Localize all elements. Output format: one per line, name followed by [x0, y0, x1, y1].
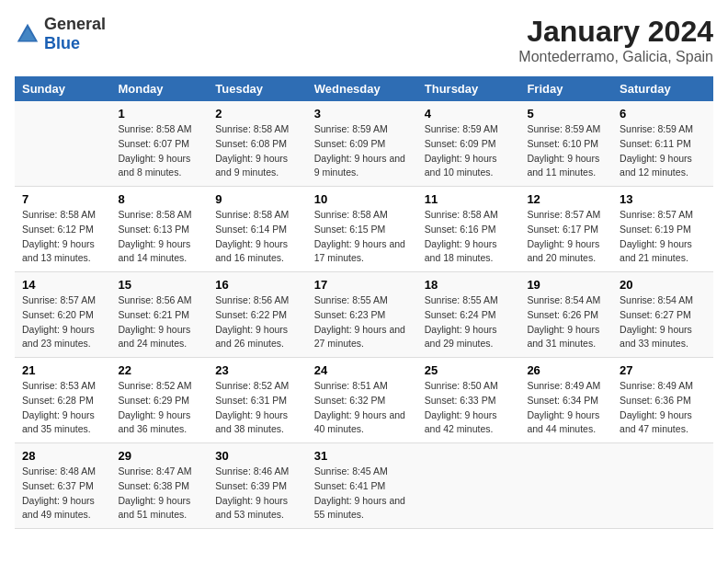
- day-info: Sunrise: 8:52 AMSunset: 6:31 PMDaylight:…: [215, 379, 299, 437]
- day-number: 29: [118, 449, 200, 463]
- day-number: 30: [215, 449, 299, 463]
- logo-general: General: [44, 15, 106, 33]
- logo: General Blue: [15, 15, 106, 53]
- weekday-header-friday: Friday: [519, 76, 612, 101]
- day-info: Sunrise: 8:55 AMSunset: 6:24 PMDaylight:…: [425, 293, 513, 351]
- day-info: Sunrise: 8:46 AMSunset: 6:39 PMDaylight:…: [215, 465, 299, 523]
- calendar-cell: 18Sunrise: 8:55 AMSunset: 6:24 PMDayligh…: [417, 272, 520, 358]
- main-title: January 2024: [518, 15, 713, 49]
- calendar-table: SundayMondayTuesdayWednesdayThursdayFrid…: [15, 76, 713, 529]
- weekday-header-tuesday: Tuesday: [208, 76, 306, 101]
- day-info: Sunrise: 8:54 AMSunset: 6:27 PMDaylight:…: [620, 293, 706, 351]
- day-info: Sunrise: 8:57 AMSunset: 6:19 PMDaylight:…: [620, 208, 706, 266]
- calendar-cell: 3Sunrise: 8:59 AMSunset: 6:09 PMDaylight…: [307, 101, 417, 187]
- calendar-cell: 5Sunrise: 8:59 AMSunset: 6:10 PMDaylight…: [519, 101, 612, 187]
- weekday-header-saturday: Saturday: [612, 76, 713, 101]
- day-number: 21: [22, 363, 103, 377]
- calendar-cell: [519, 443, 612, 529]
- calendar-cell: 10Sunrise: 8:58 AMSunset: 6:15 PMDayligh…: [307, 187, 417, 272]
- weekday-header-monday: Monday: [110, 76, 208, 101]
- day-info: Sunrise: 8:59 AMSunset: 6:09 PMDaylight:…: [425, 122, 513, 180]
- day-number: 11: [425, 192, 513, 206]
- week-row-1: 1Sunrise: 8:58 AMSunset: 6:07 PMDaylight…: [15, 101, 713, 187]
- day-number: 27: [620, 363, 706, 377]
- title-area: January 2024 Montederramo, Galicia, Spai…: [518, 15, 713, 65]
- day-number: 12: [527, 192, 605, 206]
- calendar-cell: 23Sunrise: 8:52 AMSunset: 6:31 PMDayligh…: [208, 358, 306, 443]
- weekday-header-wednesday: Wednesday: [307, 76, 417, 101]
- day-number: 8: [118, 192, 200, 206]
- day-number: 2: [215, 107, 299, 121]
- day-number: 18: [425, 278, 513, 292]
- day-info: Sunrise: 8:57 AMSunset: 6:20 PMDaylight:…: [22, 293, 103, 351]
- day-info: Sunrise: 8:58 AMSunset: 6:07 PMDaylight:…: [118, 122, 200, 180]
- day-number: 23: [215, 363, 299, 377]
- calendar-cell: 15Sunrise: 8:56 AMSunset: 6:21 PMDayligh…: [110, 272, 208, 358]
- day-info: Sunrise: 8:54 AMSunset: 6:26 PMDaylight:…: [527, 293, 605, 351]
- day-number: 15: [118, 278, 200, 292]
- calendar-cell: 1Sunrise: 8:58 AMSunset: 6:07 PMDaylight…: [110, 101, 208, 187]
- day-info: Sunrise: 8:51 AMSunset: 6:32 PMDaylight:…: [314, 379, 410, 437]
- day-number: 20: [620, 278, 706, 292]
- calendar-cell: [15, 101, 110, 187]
- weekday-header-sunday: Sunday: [15, 76, 110, 101]
- day-info: Sunrise: 8:50 AMSunset: 6:33 PMDaylight:…: [425, 379, 513, 437]
- day-number: 25: [425, 363, 513, 377]
- day-info: Sunrise: 8:57 AMSunset: 6:17 PMDaylight:…: [527, 208, 605, 266]
- day-info: Sunrise: 8:47 AMSunset: 6:38 PMDaylight:…: [118, 465, 200, 523]
- header-row: SundayMondayTuesdayWednesdayThursdayFrid…: [15, 76, 713, 101]
- day-number: 1: [118, 107, 200, 121]
- calendar-cell: 20Sunrise: 8:54 AMSunset: 6:27 PMDayligh…: [612, 272, 713, 358]
- day-number: 17: [314, 278, 410, 292]
- day-info: Sunrise: 8:59 AMSunset: 6:09 PMDaylight:…: [314, 122, 410, 180]
- day-number: 5: [527, 107, 605, 121]
- week-row-2: 7Sunrise: 8:58 AMSunset: 6:12 PMDaylight…: [15, 187, 713, 272]
- calendar-cell: 21Sunrise: 8:53 AMSunset: 6:28 PMDayligh…: [15, 358, 110, 443]
- day-info: Sunrise: 8:58 AMSunset: 6:08 PMDaylight:…: [215, 122, 299, 180]
- calendar-cell: [417, 443, 520, 529]
- day-number: 7: [22, 192, 103, 206]
- day-number: 6: [620, 107, 706, 121]
- calendar-cell: 16Sunrise: 8:56 AMSunset: 6:22 PMDayligh…: [208, 272, 306, 358]
- subtitle: Montederramo, Galicia, Spain: [518, 49, 713, 65]
- day-info: Sunrise: 8:59 AMSunset: 6:10 PMDaylight:…: [527, 122, 605, 180]
- calendar-cell: 30Sunrise: 8:46 AMSunset: 6:39 PMDayligh…: [208, 443, 306, 529]
- calendar-cell: 9Sunrise: 8:58 AMSunset: 6:14 PMDaylight…: [208, 187, 306, 272]
- day-number: 10: [314, 192, 410, 206]
- logo-blue: Blue: [44, 34, 80, 52]
- calendar-cell: 2Sunrise: 8:58 AMSunset: 6:08 PMDaylight…: [208, 101, 306, 187]
- day-info: Sunrise: 8:48 AMSunset: 6:37 PMDaylight:…: [22, 465, 103, 523]
- day-number: 3: [314, 107, 410, 121]
- day-number: 26: [527, 363, 605, 377]
- calendar-cell: 22Sunrise: 8:52 AMSunset: 6:29 PMDayligh…: [110, 358, 208, 443]
- calendar-cell: 7Sunrise: 8:58 AMSunset: 6:12 PMDaylight…: [15, 187, 110, 272]
- calendar-cell: 24Sunrise: 8:51 AMSunset: 6:32 PMDayligh…: [307, 358, 417, 443]
- week-row-5: 28Sunrise: 8:48 AMSunset: 6:37 PMDayligh…: [15, 443, 713, 529]
- day-number: 28: [22, 449, 103, 463]
- day-info: Sunrise: 8:58 AMSunset: 6:14 PMDaylight:…: [215, 208, 299, 266]
- calendar-cell: 31Sunrise: 8:45 AMSunset: 6:41 PMDayligh…: [307, 443, 417, 529]
- day-info: Sunrise: 8:49 AMSunset: 6:34 PMDaylight:…: [527, 379, 605, 437]
- logo-text: General Blue: [44, 15, 106, 53]
- day-info: Sunrise: 8:58 AMSunset: 6:15 PMDaylight:…: [314, 208, 410, 266]
- day-info: Sunrise: 8:55 AMSunset: 6:23 PMDaylight:…: [314, 293, 410, 351]
- general-blue-logo-icon: [15, 21, 40, 47]
- day-number: 31: [314, 449, 410, 463]
- day-info: Sunrise: 8:53 AMSunset: 6:28 PMDaylight:…: [22, 379, 103, 437]
- calendar-cell: 17Sunrise: 8:55 AMSunset: 6:23 PMDayligh…: [307, 272, 417, 358]
- calendar-cell: 14Sunrise: 8:57 AMSunset: 6:20 PMDayligh…: [15, 272, 110, 358]
- day-info: Sunrise: 8:56 AMSunset: 6:22 PMDaylight:…: [215, 293, 299, 351]
- day-info: Sunrise: 8:52 AMSunset: 6:29 PMDaylight:…: [118, 379, 200, 437]
- calendar-cell: 29Sunrise: 8:47 AMSunset: 6:38 PMDayligh…: [110, 443, 208, 529]
- day-number: 16: [215, 278, 299, 292]
- calendar-cell: 8Sunrise: 8:58 AMSunset: 6:13 PMDaylight…: [110, 187, 208, 272]
- day-number: 14: [22, 278, 103, 292]
- calendar-cell: 25Sunrise: 8:50 AMSunset: 6:33 PMDayligh…: [417, 358, 520, 443]
- calendar-cell: 11Sunrise: 8:58 AMSunset: 6:16 PMDayligh…: [417, 187, 520, 272]
- calendar-cell: 4Sunrise: 8:59 AMSunset: 6:09 PMDaylight…: [417, 101, 520, 187]
- calendar-cell: [612, 443, 713, 529]
- day-number: 9: [215, 192, 299, 206]
- day-number: 4: [425, 107, 513, 121]
- day-info: Sunrise: 8:45 AMSunset: 6:41 PMDaylight:…: [314, 465, 410, 523]
- day-info: Sunrise: 8:59 AMSunset: 6:11 PMDaylight:…: [620, 122, 706, 180]
